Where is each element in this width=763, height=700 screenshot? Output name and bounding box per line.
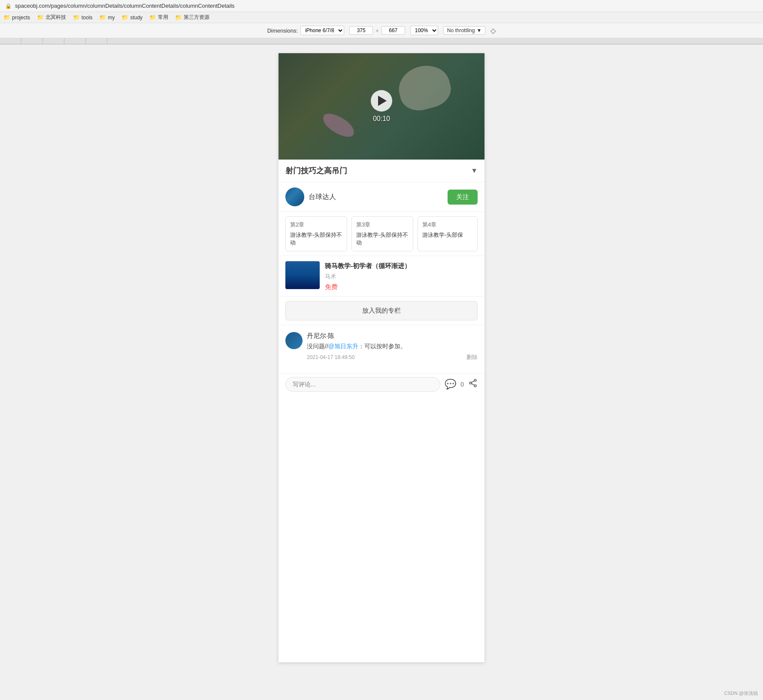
- browser-chrome: 🔒 spaceobj.com/pages/column/columnDetail…: [0, 0, 763, 45]
- separator: ×: [375, 27, 379, 34]
- course-category: 马术: [325, 273, 478, 281]
- course-card[interactable]: 骑马教学-初学者（循环渐进） 马术 免费: [279, 256, 484, 297]
- svg-line-4: [472, 384, 475, 386]
- comment-section: 丹尼尔·陈 没问题//@旭日东升：可以按时参加。 2021-04-17 18:4…: [279, 325, 484, 373]
- chevron-down-icon[interactable]: ▼: [471, 167, 478, 175]
- ruler: [0, 38, 763, 44]
- folder-icon-6: 📁: [149, 14, 156, 21]
- add-column-button[interactable]: 放入我的专栏: [285, 301, 478, 320]
- zoom-group[interactable]: 100%: [410, 26, 438, 35]
- comment-input[interactable]: [285, 377, 440, 392]
- title-section: 射门技巧之高吊门 ▼: [279, 160, 484, 182]
- csdn-watermark: CSDN @张浅锐: [724, 690, 758, 697]
- bookmark-item-tools[interactable]: 📁 tools: [73, 14, 92, 21]
- dimensions-group: Dimensions: iPhone 6/7/8: [267, 26, 345, 35]
- chapter-card-4[interactable]: 第4章 游泳教学-头部保: [418, 216, 478, 251]
- address-bar: 🔒 spaceobj.com/pages/column/columnDetail…: [0, 0, 763, 12]
- devtools-toolbar: Dimensions: iPhone 6/7/8 375 × 667 100% …: [0, 23, 763, 38]
- comment-text-suffix: ：可以按时参加。: [358, 343, 406, 350]
- delete-button[interactable]: 删除: [466, 353, 478, 361]
- mobile-frame: 00:10 射门技巧之高吊门 ▼ 台球达人 关注 第2章 游泳教学-头部保持不动: [279, 53, 484, 662]
- lock-icon: 🔒: [5, 3, 12, 9]
- bookmark-item-projects[interactable]: 📁 projects: [3, 14, 30, 21]
- bookmark-label-beimingkeji: 北冥科技: [45, 14, 66, 21]
- svg-point-0: [474, 380, 476, 382]
- bottom-bar: 💬 0: [279, 373, 484, 395]
- bookmark-item-beimingkeji[interactable]: 📁 北冥科技: [37, 14, 66, 21]
- chapters-scroll[interactable]: 第2章 游泳教学-头部保持不动 第3章 游泳教学-头部保持不动 第4章 游泳教学…: [285, 216, 478, 251]
- video-container[interactable]: 00:10: [279, 53, 484, 160]
- chapter-number-3: 第3章: [356, 221, 409, 229]
- chapter-title-3: 游泳教学-头部保持不动: [356, 231, 409, 247]
- course-thumbnail: [285, 261, 320, 289]
- svg-line-3: [472, 381, 475, 383]
- viewport-wrapper: 00:10 射门技巧之高吊门 ▼ 台球达人 关注 第2章 游泳教学-头部保持不动: [0, 45, 763, 671]
- comment-icon[interactable]: 💬: [445, 379, 456, 390]
- folder-icon-3: 📁: [73, 14, 80, 21]
- bookmark-label-changyong: 常用: [158, 14, 168, 21]
- course-title: 骑马教学-初学者（循环渐进）: [325, 261, 478, 270]
- avatar-inner: [285, 187, 304, 206]
- comment-count: 0: [460, 381, 464, 388]
- comment-item: 丹尼尔·陈 没问题//@旭日东升：可以按时参加。 2021-04-17 18:4…: [285, 332, 478, 361]
- comment-author: 丹尼尔·陈: [307, 332, 478, 340]
- url-text: spaceobj.com/pages/column/columnDetails/…: [15, 3, 235, 9]
- comment-text: 没问题//@旭日东升：可以按时参加。: [307, 342, 478, 351]
- folder-icon-2: 📁: [37, 14, 44, 21]
- bookmark-label-projects: projects: [12, 15, 30, 21]
- follow-button[interactable]: 关注: [448, 190, 478, 205]
- free-badge: 免费: [325, 283, 478, 291]
- throttling-button[interactable]: No throttling ▼: [443, 26, 486, 35]
- dimensions-label: Dimensions:: [267, 27, 298, 34]
- bookmark-label-study: study: [130, 15, 142, 21]
- course-info: 骑马教学-初学者（循环渐进） 马术 免费: [325, 261, 478, 291]
- rotate-icon[interactable]: ◇: [490, 27, 496, 35]
- author-section: 台球达人 关注: [279, 182, 484, 212]
- chapter-card-2[interactable]: 第2章 游泳教学-头部保持不动: [285, 216, 347, 251]
- bookmarks-bar: 📁 projects 📁 北冥科技 📁 tools 📁 my 📁 study 📁…: [0, 12, 763, 23]
- folder-icon: 📁: [3, 14, 10, 21]
- bookmark-label-tools: tools: [82, 15, 92, 21]
- chapter-title-4: 游泳教学-头部保: [422, 231, 473, 239]
- comment-mention[interactable]: @旭日东升: [328, 343, 358, 350]
- author-avatar[interactable]: [285, 187, 304, 206]
- comment-content: 丹尼尔·陈 没问题//@旭日东升：可以按时参加。 2021-04-17 18:4…: [307, 332, 478, 361]
- chapter-number-4: 第4章: [422, 221, 473, 229]
- size-group: 375 × 667: [349, 26, 405, 35]
- throttling-label: No throttling: [447, 27, 475, 33]
- width-input[interactable]: 375: [349, 26, 373, 35]
- chapters-section: 第2章 游泳教学-头部保持不动 第3章 游泳教学-头部保持不动 第4章 游泳教学…: [279, 212, 484, 256]
- content-title: 射门技巧之高吊门: [285, 166, 347, 176]
- add-column-section: 放入我的专栏: [279, 297, 484, 325]
- share-icon[interactable]: [468, 378, 478, 390]
- bookmark-item-my[interactable]: 📁 my: [99, 14, 115, 21]
- author-info: 台球达人: [285, 187, 336, 206]
- comment-meta: 2021-04-17 18:49:50 删除: [307, 353, 478, 361]
- video-overlay: 00:10: [279, 53, 484, 160]
- bookmark-item-third-party[interactable]: 📁 第三方资源: [175, 14, 209, 21]
- bookmark-item-study[interactable]: 📁 study: [121, 14, 142, 21]
- course-thumbnail-inner: [285, 261, 320, 289]
- comment-time: 2021-04-17 18:49:50: [307, 354, 354, 360]
- height-input[interactable]: 667: [382, 26, 405, 35]
- chapter-card-3[interactable]: 第3章 游泳教学-头部保持不动: [351, 216, 413, 251]
- bookmark-label-third-party: 第三方资源: [184, 14, 209, 21]
- play-button[interactable]: [371, 90, 392, 112]
- chapter-title-2: 游泳教学-头部保持不动: [290, 231, 342, 247]
- author-name: 台球达人: [309, 193, 336, 202]
- chapter-number-2: 第2章: [290, 221, 342, 229]
- comment-avatar: [285, 332, 303, 349]
- comment-text-prefix: 没问题//: [307, 343, 328, 350]
- folder-icon-5: 📁: [121, 14, 128, 21]
- play-icon: [378, 96, 387, 106]
- svg-point-2: [474, 385, 476, 387]
- chevron-down-icon: ▼: [476, 27, 481, 33]
- svg-point-1: [469, 382, 472, 384]
- folder-icon-7: 📁: [175, 14, 182, 21]
- bookmark-label-my: my: [108, 15, 115, 21]
- bookmark-item-changyong[interactable]: 📁 常用: [149, 14, 168, 21]
- device-select[interactable]: iPhone 6/7/8: [300, 26, 344, 35]
- video-time: 00:10: [373, 115, 390, 123]
- folder-icon-4: 📁: [99, 14, 106, 21]
- zoom-select[interactable]: 100%: [410, 26, 438, 35]
